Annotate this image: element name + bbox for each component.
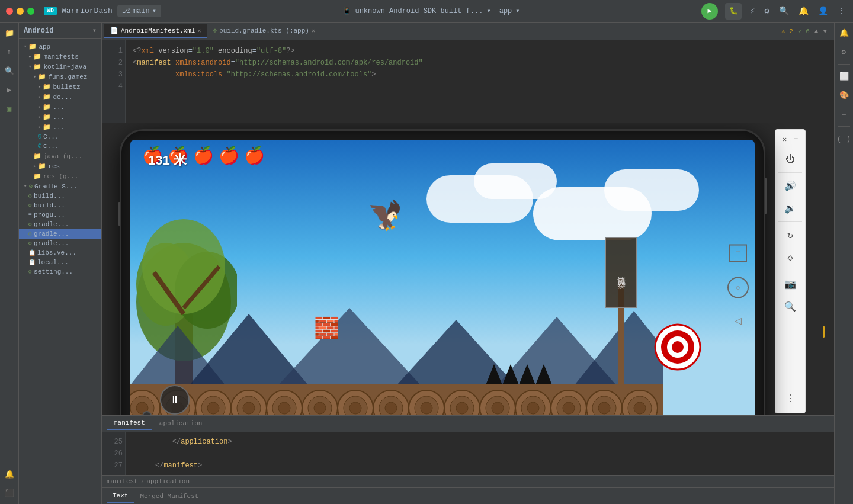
run-button[interactable]: ▶ — [701, 3, 718, 20]
eraser-button[interactable]: ◇ — [780, 247, 801, 268]
search-icon[interactable]: 🔍 — [778, 5, 790, 17]
rotate-button[interactable]: ↻ — [780, 224, 801, 246]
sidebar-header: Android ▾ — [19, 23, 101, 39]
tree-item-gradle-scripts[interactable]: ▾⚙Gradle S... — [19, 181, 101, 191]
bottom-content: 25 26 27 </application> </manifest> — [102, 432, 834, 475]
profile-icon[interactable]: ⚡ — [749, 5, 756, 17]
gradle-tab-label: build.gradle.kts (:app) — [219, 27, 309, 34]
manifest-tab-close[interactable]: ✕ — [197, 27, 201, 34]
minimize-traffic-light[interactable] — [17, 8, 24, 15]
tree-item-de[interactable]: ▸📁de... — [19, 92, 101, 102]
code-content-bottom[interactable]: </application> </manifest> — [126, 432, 834, 475]
notifications-icon[interactable]: 🔔 — [797, 5, 810, 17]
title-chevron-icon: ▾ — [486, 7, 490, 15]
tree-item-res[interactable]: ▸📁res — [19, 161, 101, 171]
tree-item-c-file2[interactable]: ©C... — [19, 142, 101, 151]
tree-item-misc2[interactable]: ▸📁... — [19, 112, 101, 122]
tree-item-app[interactable]: ▾📁app — [19, 41, 101, 52]
tree-item-c-file1[interactable]: ©C... — [19, 132, 101, 142]
run-config-label: app — [499, 7, 512, 15]
branch-selector[interactable]: ⎇ main ▾ — [117, 5, 161, 17]
tree-item-res-gen[interactable]: 📁res (g... — [19, 171, 101, 181]
plus-icon[interactable]: ＋ — [837, 107, 851, 121]
ok-indicator: ✓ 6 — [798, 27, 810, 35]
editor-area: 📄 AndroidManifest.xml ✕ ⚙ build.gradle.k… — [102, 23, 834, 504]
tab-build-gradle[interactable]: ⚙ build.gradle.kts (:app) ✕ — [207, 24, 320, 38]
tree-item-settings[interactable]: ⚙setting... — [19, 267, 101, 277]
back-button[interactable]: ◁ — [735, 313, 742, 328]
apple-5: 🍎 — [244, 146, 265, 166]
apple-3: 🍎 — [193, 146, 214, 166]
svg-point-25 — [243, 402, 255, 414]
tree-item-funs-gamez[interactable]: ▾📁funs.gamez — [19, 72, 101, 82]
more-options-icon[interactable]: ⋮ — [836, 5, 847, 17]
terminal-icon[interactable]: ⬛ — [2, 486, 17, 500]
android-project-label: Android — [24, 27, 53, 35]
database-icon[interactable]: ⬜ — [837, 69, 851, 84]
application-tab[interactable]: application — [152, 418, 210, 429]
manifest-tab[interactable]: manifest — [107, 417, 152, 430]
tree-item-manifests[interactable]: ▸📁manifests — [19, 52, 101, 62]
home-button[interactable]: ○ — [727, 277, 749, 298]
tree-item-gradle3[interactable]: ⚙gradle... — [19, 239, 101, 248]
merged-manifest-tab[interactable]: Merged Manifest — [134, 490, 204, 502]
notifications-right-icon[interactable]: 🔔 — [837, 26, 851, 40]
tree-item-build2[interactable]: ⚙build... — [19, 201, 101, 210]
tree-item-bulletz[interactable]: ▸📁bulletz — [19, 82, 101, 92]
settings-icon[interactable]: ⚙ — [764, 5, 771, 17]
volume-up-button[interactable]: 🔊 — [780, 175, 801, 197]
phone-nav-buttons: □ ○ ◁ — [727, 245, 749, 328]
target-object — [654, 323, 701, 373]
tab-android-manifest[interactable]: 📄 AndroidManifest.xml ✕ — [104, 24, 207, 38]
project-files-icon[interactable]: 📁 — [2, 26, 17, 40]
more-controls-button[interactable]: ⋮ — [780, 388, 801, 409]
screenshot-button[interactable]: 📷 — [780, 274, 801, 295]
bracket-icon[interactable]: ( ) — [837, 131, 851, 146]
volume-down-button[interactable]: 🔉 — [780, 198, 801, 219]
svg-point-52 — [563, 402, 575, 414]
close-traffic-light[interactable] — [6, 8, 13, 15]
maximize-traffic-light[interactable] — [27, 8, 34, 15]
emulator-close-btn[interactable]: ✕ — [779, 133, 790, 145]
notifications-left-icon[interactable]: 🔔 — [2, 467, 17, 481]
commit-icon[interactable]: ⬆ — [2, 45, 17, 59]
tree-item-kotlin-java[interactable]: ▾📁kotlin+java — [19, 62, 101, 72]
emulator-minimize-btn[interactable]: − — [790, 133, 801, 145]
tree-item-misc1[interactable]: ▸📁... — [19, 102, 101, 112]
account-icon[interactable]: 👤 — [817, 5, 829, 17]
svg-point-43 — [456, 402, 468, 414]
ctrl-sep-1 — [778, 172, 802, 173]
project-name: WarriorDash — [62, 7, 113, 15]
code-content-top[interactable]: <?xml version="1.0" encoding="utf-8"?> <… — [126, 40, 834, 123]
ground-logs — [130, 384, 755, 415]
tree-item-gradle1[interactable]: ⚙gradle... — [19, 220, 101, 229]
recent-apps-button[interactable]: □ — [729, 245, 747, 262]
title-bar-left: WD WarriorDash ⎇ main ▾ — [6, 5, 161, 17]
manifest-tab-icon: 📄 — [110, 27, 118, 34]
phone-screen[interactable]: 🍎 🍎 🍎 🍎 🍎 131 米 — [130, 140, 755, 415]
svg-point-22 — [207, 402, 219, 414]
tree-item-local[interactable]: 📋local... — [19, 258, 101, 267]
scroll-down-icon[interactable]: ▼ — [823, 28, 827, 35]
tree-item-build1[interactable]: ⚙build... — [19, 191, 101, 201]
gradle-tab-close[interactable]: ✕ — [312, 27, 315, 34]
tree-item-proguard[interactable]: ≡progu... — [19, 210, 101, 220]
zoom-button[interactable]: 🔍 — [780, 296, 801, 317]
find-icon[interactable]: 🔍 — [2, 64, 17, 78]
rs-sep-1 — [838, 64, 850, 65]
android-icon[interactable]: ▣ — [2, 102, 17, 116]
scroll-up-icon[interactable]: ▲ — [814, 28, 819, 35]
emulator-section: 🍎 🍎 🍎 🍎 🍎 131 米 — [102, 123, 834, 415]
tree-item-gradle2-selected[interactable]: ⚙gradle... — [19, 229, 101, 239]
text-tab[interactable]: Text — [107, 490, 134, 503]
debug-button[interactable]: 🐛 — [725, 3, 742, 20]
tree-item-libs[interactable]: 📋libs.ve... — [19, 248, 101, 258]
power-button[interactable]: ⏻ — [780, 149, 801, 170]
palette-icon[interactable]: 🎨 — [837, 88, 851, 102]
tree-item-misc3[interactable]: ▸📁... — [19, 122, 101, 132]
svg-point-58 — [634, 402, 646, 414]
pause-button[interactable]: ⏸ — [160, 385, 190, 415]
settings-right-icon[interactable]: ⚙ — [837, 45, 851, 59]
run-icon[interactable]: ▶ — [2, 83, 17, 97]
tree-item-java-gen[interactable]: 📁java (g... — [19, 151, 101, 161]
